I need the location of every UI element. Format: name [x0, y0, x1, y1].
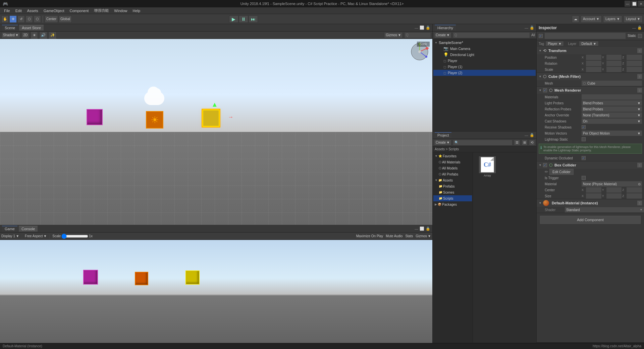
- static-checkbox[interactable]: [638, 34, 642, 38]
- menu-help[interactable]: Help: [130, 8, 143, 13]
- project-assets-view[interactable]: C# Array: [473, 152, 536, 349]
- game-panel-minimize[interactable]: —: [415, 227, 418, 231]
- game-gizmos-dropdown[interactable]: Gizmos ▼: [416, 234, 431, 238]
- layout-dropdown[interactable]: Layout ▼: [624, 15, 643, 23]
- menu-component[interactable]: Component: [67, 8, 91, 13]
- layers-dropdown[interactable]: Layers ▼: [603, 15, 622, 23]
- tree-prefabs[interactable]: 📁 Prefabs: [433, 183, 472, 189]
- box-collider-enable-checkbox[interactable]: [543, 163, 547, 167]
- scene-panel-maximize[interactable]: ⬜: [420, 26, 424, 30]
- scene-audio-btn[interactable]: 🔊: [39, 32, 47, 39]
- hierarchy-scene-root[interactable]: ▼ SampleScene*: [433, 40, 536, 46]
- hierarchy-tab[interactable]: Hierarchy: [435, 25, 456, 31]
- rotation-x-input[interactable]: 0: [586, 61, 601, 66]
- receive-shadows-checkbox[interactable]: [582, 125, 586, 129]
- toolbar-scale-tool[interactable]: ⬡: [25, 15, 33, 23]
- menu-assets[interactable]: Assets: [24, 8, 41, 13]
- project-tree[interactable]: ▼ ⭐ Favorites ⬡ All Materials ⬡ All Mode…: [433, 152, 473, 349]
- cast-shadows-value[interactable]: On ▼: [582, 118, 642, 124]
- mesh-renderer-context-btn[interactable]: ⋮: [637, 88, 642, 93]
- material-section-header[interactable]: ▼ Default-Material (Instance) ⋮: [537, 199, 644, 207]
- shading-dropdown[interactable]: Shaded ▼: [1, 32, 20, 38]
- scale-z-input[interactable]: 1: [627, 67, 642, 72]
- project-create-dropdown[interactable]: Create ▼: [434, 140, 451, 146]
- scene-panel-minimize[interactable]: —: [415, 26, 418, 30]
- toolbar-rotate-tool[interactable]: ↺: [17, 15, 25, 23]
- toolbar-rect-tool[interactable]: ⬡: [34, 15, 41, 23]
- edit-collider-button[interactable]: Edit Collider: [549, 169, 574, 175]
- hierarchy-search-input[interactable]: [453, 32, 530, 38]
- position-z-input[interactable]: 0: [627, 55, 642, 60]
- tree-all-prefabs[interactable]: ⬡ All Prefabs: [433, 171, 472, 177]
- light-probes-value[interactable]: Blend Probes ▼: [582, 100, 642, 106]
- lightmap-static-checkbox[interactable]: [582, 137, 586, 141]
- play-button[interactable]: ▶: [229, 15, 238, 23]
- project-view-btn[interactable]: ⊞: [522, 140, 528, 146]
- account-dropdown[interactable]: Account ▼: [581, 15, 602, 23]
- layer-dropdown[interactable]: Default ▼: [579, 41, 599, 46]
- toolbar-move-tool[interactable]: ✥: [9, 15, 17, 23]
- hierarchy-item-player1[interactable]: ◻ Player (1): [433, 64, 536, 70]
- scale-y-input[interactable]: 1: [606, 67, 622, 72]
- asset-store-tab[interactable]: Asset Store: [19, 25, 44, 31]
- hierarchy-item-player2[interactable]: ◻ Player (2): [433, 70, 536, 76]
- project-search-input[interactable]: [453, 140, 513, 146]
- menu-edit[interactable]: Edit: [13, 8, 24, 13]
- tree-all-models[interactable]: ⬡ All Models: [433, 165, 472, 171]
- project-minimize[interactable]: —: [525, 133, 528, 137]
- size-x-input[interactable]: 1: [586, 193, 601, 199]
- inspector-lock[interactable]: 🔒: [637, 26, 642, 30]
- collab-button[interactable]: ☁: [572, 15, 579, 23]
- 2d-toggle[interactable]: 2D: [21, 32, 29, 38]
- project-lock[interactable]: 🔒: [530, 133, 534, 137]
- scene-tab[interactable]: Scene: [2, 25, 18, 31]
- is-trigger-checkbox[interactable]: [582, 176, 586, 180]
- shader-dropdown[interactable]: Standard ▼: [565, 207, 644, 212]
- scene-back-button[interactable]: Back: [417, 42, 430, 47]
- transform-context-btn[interactable]: ⋮: [637, 48, 642, 53]
- toolbar-hand-tool[interactable]: ✋: [1, 15, 9, 23]
- scene-panel-lock[interactable]: 🔒: [426, 26, 430, 30]
- minimize-button[interactable]: —: [625, 1, 631, 7]
- motion-vectors-value[interactable]: Per Object Motion ▼: [582, 131, 642, 136]
- scene-viewport[interactable]: ☀ ▲ →: [0, 39, 432, 225]
- project-filter-btn[interactable]: ☰: [514, 140, 520, 146]
- size-z-input[interactable]: 1: [627, 193, 642, 199]
- gameobject-active-checkbox[interactable]: [539, 34, 543, 38]
- size-y-input[interactable]: 1: [606, 193, 622, 199]
- mute-audio-btn[interactable]: Mute Audio: [386, 234, 402, 238]
- collider-material-value[interactable]: None (Physic Material) ⊙: [582, 181, 642, 187]
- box-collider-header[interactable]: ▼ ⬡ Box Collider ⋮: [537, 161, 644, 169]
- center-x-input[interactable]: 0: [586, 187, 601, 193]
- step-button[interactable]: ⏭: [249, 15, 258, 23]
- menu-file[interactable]: File: [1, 8, 13, 13]
- mesh-filter-header[interactable]: ▼ ⬡ Cube (Mesh Filter) ⋮: [537, 73, 644, 80]
- scene-search-input[interactable]: [404, 32, 431, 38]
- project-tab[interactable]: Project: [435, 132, 451, 138]
- hierarchy-lock[interactable]: 🔒: [530, 26, 534, 30]
- tree-all-materials[interactable]: ⬡ All Materials: [433, 159, 472, 165]
- hierarchy-minimize[interactable]: —: [525, 26, 528, 30]
- rotation-z-input[interactable]: 0: [627, 61, 642, 66]
- gizmos-dropdown[interactable]: Gizmos ▼: [384, 32, 403, 38]
- hierarchy-create-dropdown[interactable]: Create ▼: [434, 32, 451, 38]
- close-button[interactable]: ✕: [638, 1, 644, 7]
- game-display-dropdown[interactable]: Display 1 ▼: [1, 234, 19, 238]
- position-y-input[interactable]: 0: [606, 55, 622, 60]
- material-context-btn[interactable]: ⋮: [637, 201, 642, 205]
- asset-array-script[interactable]: C# Array: [476, 155, 499, 179]
- scene-lighting-btn[interactable]: ☀: [31, 32, 38, 39]
- tree-scenes[interactable]: 📁 Scenes: [433, 189, 472, 195]
- game-aspect-dropdown[interactable]: Free Aspect ▼: [25, 234, 47, 238]
- game-panel-lock[interactable]: 🔒: [426, 227, 430, 231]
- project-expand-btn[interactable]: ⟲: [529, 140, 535, 146]
- mesh-filter-context-btn[interactable]: ⋮: [637, 74, 642, 79]
- hierarchy-content[interactable]: ▼ SampleScene* 📷 Main Camera 💡 Direction…: [433, 39, 536, 131]
- restore-button[interactable]: ⬜: [631, 1, 637, 7]
- reflection-probes-value[interactable]: Blend Probes ▼: [582, 106, 642, 112]
- transform-section-header[interactable]: ▼ ⟲ Transform ⋮: [537, 47, 644, 54]
- game-scale-control[interactable]: Scale 1x: [52, 234, 93, 238]
- hierarchy-item-main-camera[interactable]: 📷 Main Camera: [433, 46, 536, 52]
- toolbar-space-global[interactable]: Global: [59, 15, 72, 23]
- hierarchy-item-dir-light[interactable]: 💡 Directional Light: [433, 52, 536, 58]
